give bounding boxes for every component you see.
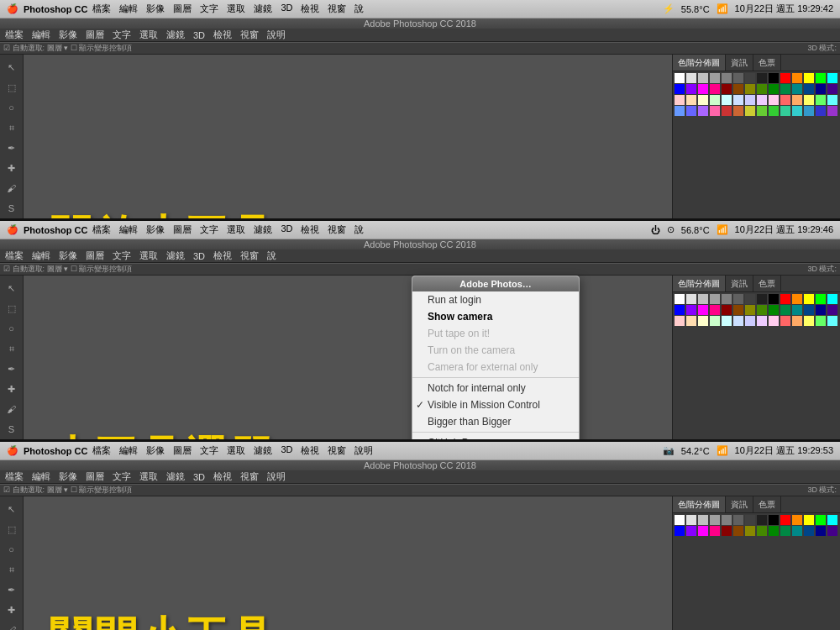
menu-item-notch-internal[interactable]: Notch for internal only [412, 380, 579, 396]
swatch[interactable] [675, 515, 685, 525]
swatch[interactable] [722, 84, 732, 94]
swatch[interactable] [745, 106, 755, 116]
tool-heal[interactable]: ✚ [3, 159, 21, 177]
swatch[interactable] [722, 305, 732, 315]
tab-info-2[interactable]: 資訊 [726, 276, 753, 291]
swatch[interactable] [698, 515, 708, 525]
swatch[interactable] [686, 526, 696, 536]
swatch[interactable] [827, 305, 837, 315]
menu-image[interactable]: 影像 [146, 3, 165, 15]
swatch[interactable] [722, 106, 732, 116]
menu-view-2[interactable]: 檢視 [301, 223, 319, 236]
swatch[interactable] [698, 305, 708, 315]
swatch[interactable] [804, 95, 814, 105]
swatch[interactable] [769, 305, 779, 315]
swatch[interactable] [780, 294, 790, 304]
menu-3d-2[interactable]: 3D [281, 223, 292, 236]
ps-3d-1[interactable]: 3D [193, 30, 205, 40]
context-menu[interactable]: Adobe Photos… Run at login Show camera P… [412, 276, 580, 442]
swatch[interactable] [816, 294, 826, 304]
swatch[interactable] [780, 515, 790, 525]
swatch[interactable] [804, 515, 814, 525]
swatch[interactable] [757, 95, 767, 105]
ps-edit-3b[interactable]: 編輯 [32, 470, 50, 483]
swatch[interactable] [769, 106, 779, 116]
swatch[interactable] [722, 73, 732, 83]
ps-view-3b[interactable]: 檢視 [213, 470, 232, 483]
swatch[interactable] [745, 73, 755, 83]
swatch[interactable] [675, 106, 685, 116]
swatch[interactable] [804, 526, 814, 536]
tool-stamp-2[interactable]: S [3, 420, 21, 438]
swatch[interactable] [745, 84, 755, 94]
swatch[interactable] [780, 305, 790, 315]
swatch[interactable] [769, 294, 779, 304]
apple-logo-3[interactable]: 🍎 [7, 445, 18, 456]
swatch[interactable] [686, 73, 696, 83]
tool-select-rect[interactable]: ⬚ [3, 78, 21, 97]
swatch[interactable] [757, 515, 767, 525]
menu-filter[interactable]: 濾鏡 [254, 3, 272, 15]
swatch[interactable] [792, 526, 802, 536]
ps-text-2b[interactable]: 文字 [113, 249, 131, 262]
ps-edit-2b[interactable]: 編輯 [32, 249, 50, 262]
swatch[interactable] [733, 95, 743, 105]
menu-text-3[interactable]: 文字 [200, 444, 218, 457]
tool-brush[interactable]: 🖌 [3, 179, 21, 197]
swatch[interactable] [710, 73, 720, 83]
swatch[interactable] [675, 305, 685, 315]
ps-filter-1[interactable]: 濾鏡 [166, 29, 185, 41]
ps-window-1[interactable]: 視窗 [240, 29, 259, 41]
swatch[interactable] [722, 316, 732, 326]
tab-swatches-3[interactable]: 色票 [753, 496, 781, 512]
swatch[interactable] [722, 95, 732, 105]
menu-window-2[interactable]: 視窗 [328, 223, 346, 236]
tab-histogram-1[interactable]: 色階分佈圖 [673, 55, 726, 71]
menu-item-bigger[interactable]: Bigger than Bigger [412, 413, 579, 430]
tool-crop-3[interactable]: ⌗ [3, 560, 21, 579]
tab-histogram-3[interactable]: 色階分佈圖 [673, 496, 726, 512]
menu-view[interactable]: 檢視 [301, 3, 319, 15]
swatch[interactable] [757, 316, 767, 326]
swatch[interactable] [722, 294, 732, 304]
menu-3d-3[interactable]: 3D [281, 444, 292, 457]
menu-window[interactable]: 視窗 [328, 3, 346, 15]
ps-window-3b[interactable]: 視窗 [240, 470, 259, 483]
menu-text-2[interactable]: 文字 [200, 223, 218, 236]
tool-move[interactable]: ↖ [3, 58, 21, 76]
swatch[interactable] [757, 84, 767, 94]
tool-lasso[interactable]: ○ [3, 98, 21, 117]
swatch[interactable] [757, 73, 767, 83]
ps-filter-2b[interactable]: 濾鏡 [166, 249, 185, 262]
swatch[interactable] [827, 106, 837, 116]
swatch[interactable] [710, 515, 720, 525]
swatch[interactable] [804, 73, 814, 83]
tool-move-2[interactable]: ↖ [3, 279, 21, 297]
tab-swatches-1[interactable]: 色票 [753, 55, 781, 71]
swatch[interactable] [827, 84, 837, 94]
swatch[interactable] [816, 316, 826, 326]
menu-help[interactable]: 說 [354, 3, 364, 15]
tool-move-3[interactable]: ↖ [3, 500, 21, 518]
swatch[interactable] [804, 84, 814, 94]
menu-3d[interactable]: 3D [281, 3, 292, 15]
swatch[interactable] [698, 294, 708, 304]
swatch[interactable] [816, 106, 826, 116]
menu-help-2[interactable]: 說 [354, 223, 364, 236]
swatch[interactable] [686, 305, 696, 315]
swatch[interactable] [686, 106, 696, 116]
swatch[interactable] [722, 526, 732, 536]
swatch[interactable] [698, 95, 708, 105]
ps-layer-1[interactable]: 圖層 [86, 29, 104, 41]
swatch[interactable] [675, 526, 685, 536]
ps-help-2b[interactable]: 說 [267, 249, 276, 262]
swatch[interactable] [780, 106, 790, 116]
swatch[interactable] [710, 316, 720, 326]
menu-item-visible-mission-control[interactable]: Visible in Mission Control [412, 396, 579, 413]
ps-view-2b[interactable]: 檢視 [213, 249, 232, 262]
swatch[interactable] [675, 316, 685, 326]
swatch[interactable] [769, 316, 779, 326]
tab-info-3[interactable]: 資訊 [726, 496, 753, 512]
swatch[interactable] [710, 305, 720, 315]
swatch[interactable] [698, 526, 708, 536]
